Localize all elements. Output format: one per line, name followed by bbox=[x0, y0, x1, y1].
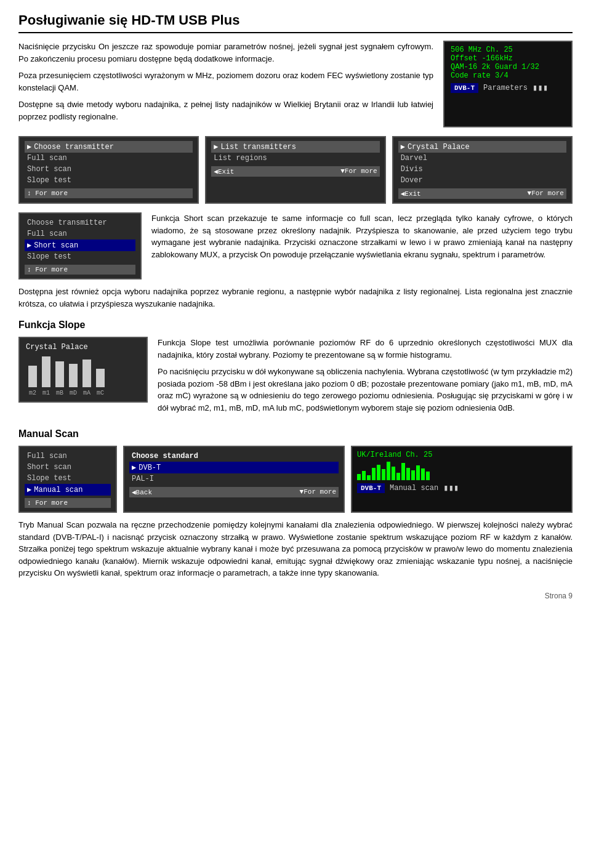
spectrum-bar-3 bbox=[372, 468, 376, 480]
menu1b-item4[interactable]: Slope test bbox=[25, 251, 135, 262]
uk-dvbt-label: DVB-T bbox=[357, 483, 385, 493]
menu-choose-standard: Choose standard DVB-T PAL-I ◀Back ▼For m… bbox=[123, 446, 345, 513]
spectrum-bar-5 bbox=[382, 469, 385, 480]
histogram-label-m2: m2 bbox=[28, 390, 37, 396]
page-number: Strona 9 bbox=[18, 592, 573, 600]
dvbt-label: DVB-T bbox=[451, 83, 478, 93]
manual-scan-item3[interactable]: Slope test bbox=[25, 473, 111, 484]
arrow-right-icon4 bbox=[27, 241, 31, 250]
histogram-bar-m1 bbox=[42, 356, 50, 387]
histogram-bar-mC bbox=[96, 369, 105, 387]
menu1b-item3[interactable]: Short scan bbox=[25, 239, 135, 251]
spectrum-bar-6 bbox=[387, 462, 390, 480]
menu1b-item1[interactable]: Choose transmitter bbox=[25, 217, 135, 228]
spectrum-bar-10 bbox=[406, 468, 410, 480]
menu3-item4[interactable]: Dover bbox=[398, 175, 566, 186]
manual-scan-footer: ↕ For more bbox=[25, 498, 111, 508]
menu-crystal-palace: Crystal Palace Darvel Divis Dover ◀Exit … bbox=[392, 136, 573, 204]
slope-section-content: Crystal Palace m2m1mBmDmAmC Funkcja Slop… bbox=[18, 337, 573, 419]
menu1-item3[interactable]: Short scan bbox=[25, 164, 193, 175]
spectrum-bar-14 bbox=[426, 472, 430, 480]
spectrum-bar-11 bbox=[411, 470, 415, 480]
regional-para: Dostępna jest również opcja wyboru nadaj… bbox=[18, 286, 573, 310]
menu3-exit[interactable]: ◀Exit bbox=[401, 190, 421, 198]
slope-title: Crystal Palace bbox=[26, 343, 140, 352]
menu-choose-transmitter: Choose transmitter Full scan Short scan … bbox=[18, 136, 199, 204]
choose-std-footer: ◀Back ▼For more bbox=[129, 487, 339, 497]
intro-para1: Naciśnięcie przycisku On jeszcze raz spo… bbox=[18, 41, 433, 65]
battery-icon: ▮▮▮ bbox=[533, 82, 548, 93]
histogram-bar-mD bbox=[69, 364, 78, 387]
spectrum-bar-13 bbox=[421, 468, 425, 480]
menu1b-footer: ↕ For more bbox=[25, 265, 135, 275]
menu3-item2[interactable]: Darvel bbox=[398, 153, 566, 164]
signal-line3: QAM-16 2k Guard 1/32 bbox=[451, 63, 565, 71]
menu2-exit[interactable]: ◀Exit bbox=[214, 167, 234, 175]
short-scan-section: Choose transmitter Full scan Short scan … bbox=[18, 212, 573, 279]
choose-std-title: Choose standard bbox=[129, 451, 339, 462]
menu2-for-more[interactable]: ▼For more bbox=[340, 167, 377, 175]
manual-scan-item4[interactable]: Manual scan bbox=[25, 484, 111, 496]
histogram-label-mB: mB bbox=[55, 390, 64, 396]
menu-list-transmitters: List transmitters List regions ◀Exit ▼Fo… bbox=[205, 136, 385, 204]
arrow-right-icon bbox=[27, 142, 31, 151]
choose-std-pali[interactable]: PAL-I bbox=[129, 473, 339, 484]
menu-short-scan: Choose transmitter Full scan Short scan … bbox=[18, 212, 142, 279]
spectrum-bar-0 bbox=[357, 474, 361, 480]
choose-std-more[interactable]: ▼For more bbox=[300, 488, 336, 496]
spectrum-bar-4 bbox=[377, 465, 380, 480]
menu-manual-scan: Full scan Short scan Slope test Manual s… bbox=[18, 446, 117, 513]
histogram-bar-mA bbox=[82, 360, 91, 387]
manual-scan-header: Manual Scan bbox=[18, 428, 573, 440]
signal-line4: Code rate 3/4 bbox=[451, 71, 565, 80]
signal-line1: 506 MHz Ch. 25 bbox=[451, 46, 565, 54]
signal-line2: Offset -166kHz bbox=[451, 54, 565, 63]
manual-scan-item2[interactable]: Short scan bbox=[25, 462, 111, 473]
manual-scan-item1[interactable]: Full scan bbox=[25, 451, 111, 462]
spectrum-bar-2 bbox=[367, 475, 371, 480]
spectrum-bar-12 bbox=[416, 465, 420, 480]
manual-scan-boxes: Full scan Short scan Slope test Manual s… bbox=[18, 446, 573, 513]
menu1-for-more: ↕ For more bbox=[27, 190, 68, 197]
menu3-item3[interactable]: Divis bbox=[398, 164, 566, 175]
arrow-right-icon2 bbox=[214, 142, 218, 151]
choose-std-dvbt[interactable]: DVB-T bbox=[129, 462, 339, 473]
menu-boxes-row1: Choose transmitter Full scan Short scan … bbox=[18, 136, 573, 204]
menu1-footer: ↕ For more bbox=[25, 188, 193, 198]
histogram-label-mC: mC bbox=[96, 390, 105, 396]
menu1b-item2[interactable]: Full scan bbox=[25, 228, 135, 239]
arrow-right-icon6 bbox=[132, 463, 136, 472]
choose-std-back[interactable]: ◀Back bbox=[132, 488, 152, 496]
page-title: Posługiwanie się HD-TM USB Plus bbox=[18, 12, 573, 33]
menu2-item2[interactable]: List regions bbox=[211, 153, 379, 164]
signal-display-box: 506 MHz Ch. 25 Offset -166kHz QAM-16 2k … bbox=[443, 41, 573, 127]
menu1b-for-more: ↕ For more bbox=[27, 266, 68, 273]
spectrum-bar-7 bbox=[392, 467, 395, 480]
uk-ireland-box: UK/Ireland Ch. 25 DVB-T Manual scan ▮▮▮ bbox=[351, 446, 573, 513]
menu2-footer: ◀Exit ▼For more bbox=[211, 166, 379, 177]
histogram-bar-m2 bbox=[28, 366, 37, 387]
slope-para2: Po naciśnięciu przycisku w dół wykonywan… bbox=[158, 366, 573, 414]
menu3-for-more[interactable]: ▼For more bbox=[528, 190, 564, 198]
spectrum-bar-1 bbox=[362, 471, 366, 480]
params-label: Parameters bbox=[483, 84, 528, 92]
short-scan-para: Funkcja Short scan przekazuje te same in… bbox=[151, 212, 573, 260]
menu3-footer: ◀Exit ▼For more bbox=[398, 188, 566, 199]
menu2-item1[interactable]: List transmitters bbox=[211, 141, 379, 153]
menu1-item4[interactable]: Slope test bbox=[25, 175, 193, 186]
histogram-label-mD: mD bbox=[69, 390, 78, 396]
intro-para2: Poza przesunięciem częstotliwości wyrażo… bbox=[18, 70, 433, 94]
uk-manual-scan-label: Manual scan bbox=[390, 484, 438, 492]
intro-para3: Dostępne są dwie metody wyboru nadajnika… bbox=[18, 98, 433, 123]
uk-battery-icon: ▮▮▮ bbox=[443, 483, 459, 493]
spectrum-bar-9 bbox=[401, 463, 405, 480]
menu3-item1[interactable]: Crystal Palace bbox=[398, 141, 566, 153]
slope-histogram bbox=[26, 356, 140, 387]
menu1-item1[interactable]: Choose transmitter bbox=[25, 141, 193, 153]
histogram-label-mA: mA bbox=[82, 390, 91, 396]
slope-section-header: Funkcja Slope bbox=[18, 319, 573, 331]
arrow-right-icon5 bbox=[27, 485, 31, 494]
histogram-bar-mB bbox=[55, 361, 64, 387]
slope-para1: Funkcja Slope test umożliwia porównanie … bbox=[158, 337, 573, 361]
menu1-item2[interactable]: Full scan bbox=[25, 153, 193, 164]
